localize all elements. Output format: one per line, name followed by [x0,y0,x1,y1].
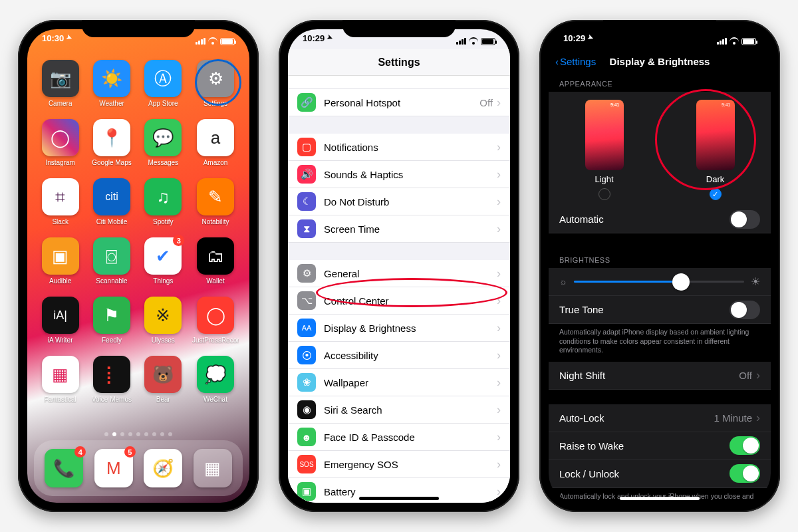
page-dot[interactable] [112,432,116,436]
dark-radio[interactable] [710,188,722,200]
light-radio[interactable] [598,188,610,200]
app-scannable[interactable]: ⌼Scannable [89,237,134,285]
sun-dim-icon: ☼ [559,277,567,287]
row-label: Personal Hotspot [324,97,479,108]
home-indicator[interactable] [620,497,700,500]
app-citi-mobile[interactable]: citiCiti Mobile [89,178,134,225]
automatic-toggle[interactable] [730,210,760,229]
notability-icon: ✎ [197,178,234,215]
spotify-icon: ♫ [144,178,182,215]
annotation-circle-settings [195,59,241,106]
row-icon: ▢ [297,138,316,156]
fantastical-icon: ▦ [42,356,79,393]
settings-row-face-id-passcode[interactable]: ☻Face ID & Passcode› [288,424,510,451]
lock-toggle[interactable] [730,464,760,483]
app-feedly[interactable]: ⚑Feedly [89,297,134,344]
app-label: Audible [49,277,71,285]
home-indicator[interactable] [359,497,439,500]
app-label: Weather [99,100,124,107]
truetone-label: True Tone [559,304,730,315]
row-icon: ⦿ [297,346,316,364]
app-app-store[interactable]: ⒶApp Store [141,60,186,107]
page-dot[interactable] [168,432,172,436]
settings-row-wallpaper[interactable]: ❀Wallpaper› [288,369,510,396]
app-ulysses[interactable]: ※Ulysses [141,297,186,344]
light-thumbnail: 9:41 [585,100,624,170]
truetone-footer: Automatically adapt iPhone display based… [549,324,771,362]
settings-row-accessibility[interactable]: ⦿Accessibility› [288,342,510,369]
nightshift-label: Night Shift [559,370,739,381]
settings-row-do-not-disturb[interactable]: ☾Do Not Disturb› [288,188,510,215]
app-voice-memos[interactable]: ⡇Voice Memos [89,356,134,403]
autolock-row[interactable]: Auto-Lock 1 Minute › [549,404,771,432]
audible-icon: ▣ [42,237,79,275]
dock-phone-icon[interactable]: 📞4 [45,449,83,487]
row-label: Do Not Disturb [324,196,497,207]
truetone-toggle[interactable] [730,301,760,319]
page-dot[interactable] [160,432,164,436]
app-ia-writer[interactable]: iA|iA Writer [38,297,82,344]
app-google-maps[interactable]: 📍Google Maps [89,119,134,166]
page-dot[interactable] [144,432,148,436]
app-amazon[interactable]: aAmazon [192,119,239,166]
row-value: Off [479,97,493,108]
phone-home-screen: 10:30 ➤ 📷Camera☀️WeatherⒶApp Store⚙︎Sett… [18,20,259,512]
page-dot[interactable] [152,432,156,436]
app-justpressrecord[interactable]: ◯JustPressRecord [192,297,239,344]
app-audible[interactable]: ▣Audible [38,237,82,285]
page-dot[interactable] [136,432,140,436]
row-label: Accessibility [324,350,497,361]
bear-icon: 🐻 [144,356,182,393]
settings-row-notifications[interactable]: ▢Notifications› [288,134,510,161]
row-label: Notifications [324,142,497,153]
row-icon: ⧗ [297,219,316,238]
app-label: Ulysses [152,336,175,344]
settings-row-emergency-sos[interactable]: SOSEmergency SOS› [288,451,510,478]
chevron-right-icon: › [497,267,501,281]
app-messages[interactable]: 💬Messages [141,119,186,166]
raise-toggle[interactable] [730,436,760,455]
dock-gmail-icon[interactable]: M5 [94,449,133,487]
app-slack[interactable]: ⌗Slack [38,178,82,225]
app-bear[interactable]: 🐻Bear [141,356,186,403]
page-indicator[interactable] [27,432,249,436]
nightshift-row[interactable]: Night Shift Off › [549,362,771,390]
citi-mobile-icon: citi [93,178,130,215]
home-app-grid[interactable]: 📷Camera☀️WeatherⒶApp Store⚙︎Settings◯Ins… [38,60,239,403]
dock-folder-icon[interactable]: ▦ [194,449,232,487]
page-dot[interactable] [120,432,124,436]
app-label: Citi Mobile [96,218,128,225]
app-things[interactable]: ✔︎3Things [141,237,186,285]
app-notability[interactable]: ✎Notability [192,178,239,225]
settings-row-display-brightness[interactable]: AADisplay & Brightness› [288,315,510,342]
dock[interactable]: 📞4M5🧭▦ [34,440,243,496]
app-fantastical[interactable]: ▦Fantastical [38,356,82,403]
settings-row-screen-time[interactable]: ⧗Screen Time› [288,215,510,243]
settings-row-siri-search[interactable]: ◉Siri & Search› [288,396,510,424]
chevron-right-icon: › [497,222,501,236]
brightness-header: BRIGHTNESS [549,248,771,268]
app-weather[interactable]: ☀️Weather [89,60,134,107]
google-maps-icon: 📍 [93,119,130,156]
page-dot[interactable] [128,432,132,436]
annotation-circle-dark [655,89,756,190]
dock-safari-icon[interactable]: 🧭 [144,449,182,487]
app-label: Scannable [96,277,127,285]
settings-row-personal-hotspot[interactable]: 🔗Personal HotspotOff› [288,89,510,116]
page-dot[interactable] [104,432,108,436]
row-icon: ❀ [297,373,316,392]
app-wallet[interactable]: 🗂Wallet [192,237,239,285]
chevron-right-icon: › [497,140,501,154]
brightness-slider[interactable] [574,273,744,291]
brightness-slider-row: ☼ ☀︎ [549,268,771,296]
app-wechat[interactable]: 💭WeChat [192,356,239,403]
settings-row-sounds-haptics[interactable]: 🔊Sounds & Haptics› [288,161,510,188]
app-instagram[interactable]: ◯Instagram [38,119,82,166]
app-camera[interactable]: 📷Camera [38,60,82,107]
appearance-light[interactable]: 9:41 Light [585,100,624,200]
row-icon: AA [297,319,316,337]
row-icon: ⚙︎ [297,264,316,283]
annotation-ellipse-display [316,278,507,307]
app-spotify[interactable]: ♫Spotify [141,178,186,225]
back-button[interactable]: ‹ Settings [555,56,596,67]
